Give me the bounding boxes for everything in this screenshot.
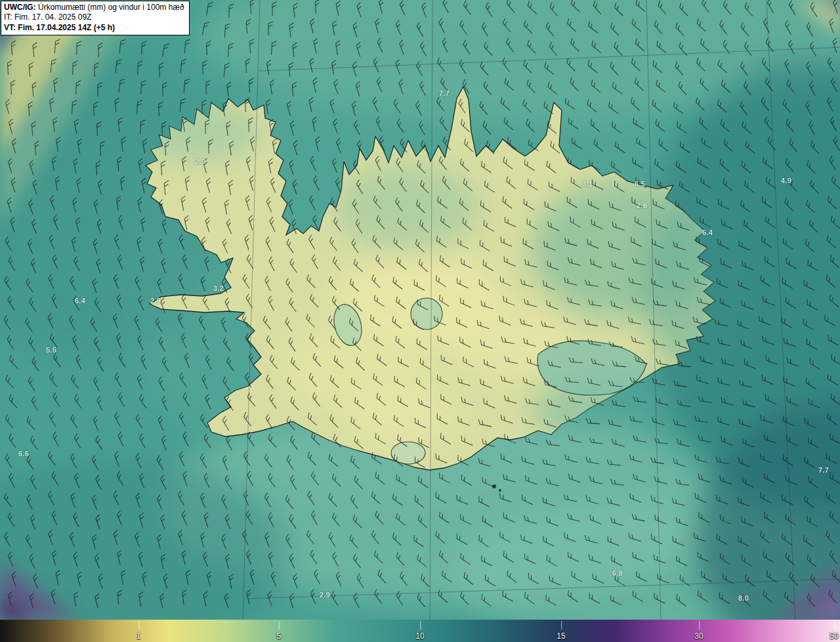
product-title: Úrkomumætti (mm) og vindur i 100m hæð [36, 3, 184, 12]
map-title-box: UWC/IG: Úrkomumætti (mm) og vindur i 100… [1, 1, 190, 35]
valid-time-line: VT: Fim. 17.04.2025 14Z (+5 h) [4, 23, 184, 33]
weather-map-viewport: 7.72.93.16.54.92.86.43.22.96.45.56.67.76… [0, 0, 840, 642]
small-island [499, 489, 501, 492]
precipitation-map-svg [0, 0, 840, 620]
colorbar-tick: 1 [136, 631, 141, 641]
init-time-line: IT: Fim. 17. 04. 2025 09Z [4, 12, 184, 22]
map-title-line: UWC/IG: Úrkomumætti (mm) og vindur i 100… [4, 3, 184, 12]
colorbar-tick: 5 [277, 631, 282, 641]
colorbar-tick: 50 [830, 631, 838, 641]
colorbar-tick: 10 [415, 631, 424, 641]
colorbar-tick: 30 [694, 631, 703, 641]
colorbar-tick: 15 [556, 631, 565, 641]
colorbar-ticks: 1510153050 [0, 620, 840, 642]
model-name: UWC/IG: [4, 3, 36, 12]
map-canvas: 7.72.93.16.54.92.86.43.22.96.45.56.67.76… [0, 0, 840, 620]
colorbar: 1510153050 [0, 620, 840, 642]
